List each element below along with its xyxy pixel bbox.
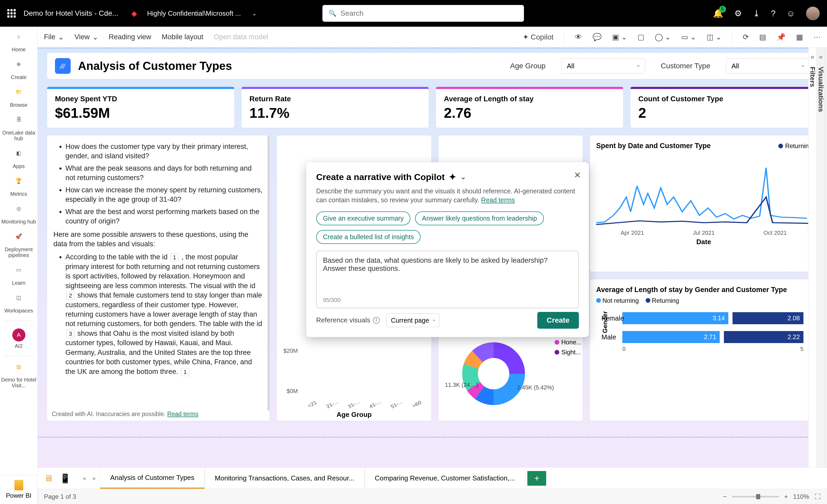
kpi-return-rate[interactable]: Return Rate11.7% bbox=[242, 87, 429, 128]
nav-current-report[interactable]: ▥Demo for Hotel Visit... bbox=[0, 360, 38, 392]
zoom-value: 110% bbox=[793, 493, 809, 500]
fit-to-page-icon[interactable]: ⛶ bbox=[815, 493, 821, 500]
nav-apps[interactable]: ◧Apps bbox=[0, 147, 38, 173]
app-launcher-icon[interactable] bbox=[7, 9, 16, 17]
chart-spent-by-date[interactable]: Spent by Date and Customer Type Returnin… bbox=[590, 136, 818, 271]
narrative-intro: Here are some possible answers to these … bbox=[53, 230, 263, 249]
nav-persona[interactable]: AAI2 bbox=[0, 325, 38, 352]
page-tabs: 🖥 📱 ◂ ▸ Analysis of Customer Types Monit… bbox=[38, 467, 827, 489]
tab-analysis[interactable]: Analysis of Customer Types bbox=[100, 468, 205, 489]
teams-icon[interactable]: ▦ bbox=[796, 33, 803, 41]
kpi-count-ctype[interactable]: Count of Customer Type2 bbox=[630, 87, 818, 128]
kpi-avg-stay[interactable]: Average of Length of stay2.76 bbox=[436, 87, 623, 128]
page-indicator: Page 1 of 3 bbox=[44, 493, 76, 500]
pane-data[interactable]: «Data bbox=[825, 48, 827, 467]
search-input[interactable] bbox=[340, 9, 518, 17]
pane-filters[interactable]: «Filters bbox=[808, 48, 817, 467]
zoom-in-button[interactable]: + bbox=[784, 493, 788, 500]
char-counter: 95/300 bbox=[323, 297, 579, 304]
copilot-narrative-dialog: Create a narrative with Copilot ✦ ⌄ ✕ De… bbox=[306, 162, 589, 337]
filter-age-select[interactable]: All bbox=[562, 58, 645, 73]
add-page-button[interactable]: + bbox=[527, 471, 546, 486]
nav-onelake[interactable]: 🗄OneLake data hub bbox=[0, 113, 38, 145]
nav-workspaces[interactable]: ◫Workspaces bbox=[0, 291, 38, 317]
pin-icon[interactable]: 📌 bbox=[777, 33, 786, 41]
visual-icon[interactable]: ▣ ⌄ bbox=[612, 33, 627, 41]
menu-file[interactable]: File⌄ bbox=[44, 33, 64, 41]
create-button[interactable]: Create bbox=[537, 312, 579, 329]
chevron-down-icon: ⌄ bbox=[58, 33, 64, 41]
help-icon[interactable]: ? bbox=[771, 9, 776, 18]
notifications-icon[interactable]: 🔔 bbox=[713, 8, 723, 18]
explore-icon[interactable]: 👁 bbox=[575, 33, 582, 41]
nav-learn[interactable]: ▭Learn bbox=[0, 263, 38, 290]
btn-open-data-model: Open data model bbox=[214, 33, 268, 41]
collapsed-panes: «Filters «Visualizations «Data bbox=[808, 48, 827, 467]
dialog-title: Create a narrative with Copilot ✦ ⌄ bbox=[316, 172, 579, 182]
left-rail: ⌂Home ⊕Create 📁Browse 🗄OneLake data hub … bbox=[0, 27, 38, 504]
legend-returning: Returning bbox=[778, 142, 812, 150]
nav-pipelines[interactable]: 🚀Deployment pipelines bbox=[0, 230, 38, 262]
suggestion-leadership-questions[interactable]: Answer likely questions from leadership bbox=[415, 211, 544, 225]
buttons-icon[interactable]: ▭ ⌄ bbox=[681, 33, 696, 41]
pane-visualizations[interactable]: «Visualizations bbox=[817, 48, 825, 467]
document-title: Demo for Hotel Visits - Cde... bbox=[23, 9, 118, 17]
nav-footer: Power BI bbox=[0, 475, 38, 504]
chevron-left-icon: « bbox=[819, 53, 823, 61]
nav-monitoring[interactable]: ◎Monitoring hub bbox=[0, 202, 38, 228]
report-icon: ⫻ bbox=[55, 58, 71, 74]
narrative-answer: According to the table with the id 1 , t… bbox=[65, 252, 263, 376]
nav-metrics[interactable]: 🏆Metrics bbox=[0, 174, 38, 200]
feedback-icon[interactable]: ☺ bbox=[786, 9, 795, 18]
tab-comparing[interactable]: Comparing Revenue, Customer Satisfaction… bbox=[364, 468, 525, 489]
filter-ctype-label: Customer Type bbox=[661, 62, 710, 70]
mobile-view-icon[interactable]: 📱 bbox=[60, 473, 71, 484]
insert-icon[interactable]: ◫ ⌄ bbox=[707, 33, 722, 41]
nav-browse[interactable]: 📁Browse bbox=[0, 85, 38, 111]
search-icon: 🔍 bbox=[329, 10, 337, 17]
chevron-down-icon: ⌄ bbox=[92, 33, 98, 41]
dialog-description: Describe the summary you want and the vi… bbox=[316, 187, 579, 205]
zoom-out-button[interactable]: − bbox=[723, 493, 727, 500]
suggestion-exec-summary[interactable]: Give an executive summary bbox=[316, 211, 410, 225]
chart-avg-stay-gender[interactable]: Average of Length of stay by Gender and … bbox=[590, 280, 818, 421]
read-terms-link[interactable]: Read terms bbox=[167, 411, 198, 417]
more-icon[interactable]: ⋯ bbox=[813, 33, 821, 41]
chevron-left-icon: « bbox=[811, 53, 814, 61]
btn-mobile-layout[interactable]: Mobile layout bbox=[162, 33, 203, 41]
filter-ctype-select[interactable]: All bbox=[726, 58, 810, 73]
refresh-icon[interactable]: ⟳ bbox=[743, 33, 749, 41]
menu-view[interactable]: View⌄ bbox=[75, 33, 98, 41]
tab-prev[interactable]: ◂ bbox=[79, 474, 89, 482]
nav-home[interactable]: ⌂Home bbox=[0, 30, 38, 56]
chat-icon[interactable]: 💬 bbox=[592, 33, 602, 41]
tab-next[interactable]: ▸ bbox=[89, 474, 100, 482]
chevron-down-icon[interactable]: ⌄ bbox=[460, 173, 466, 181]
desktop-view-icon[interactable]: 🖥 bbox=[44, 473, 53, 483]
text-box-icon[interactable]: ▢ bbox=[637, 33, 644, 41]
kpi-money-spent[interactable]: Money Spent YTD$61.59M bbox=[47, 87, 234, 128]
suggestion-bulleted-insights[interactable]: Create a bulleted list of insights bbox=[316, 230, 421, 244]
zoom-slider[interactable] bbox=[732, 496, 779, 498]
main-area: File⌄ View⌄ Reading view Mobile layout O… bbox=[38, 27, 827, 504]
chevron-down-icon[interactable]: ⌄ bbox=[252, 10, 257, 17]
info-icon[interactable]: i bbox=[373, 317, 380, 324]
global-search[interactable]: 🔍 bbox=[323, 5, 524, 22]
btn-reading-view[interactable]: Reading view bbox=[109, 33, 151, 41]
read-terms-link[interactable]: Read terms bbox=[481, 196, 515, 204]
tab-monitoring[interactable]: Monitoring Transactions, Cases, and Reso… bbox=[205, 468, 364, 489]
nav-create[interactable]: ⊕Create bbox=[0, 58, 38, 84]
page-title: Analysis of Customer Types bbox=[78, 59, 232, 72]
user-avatar[interactable] bbox=[806, 6, 820, 20]
settings-icon[interactable]: ⚙ bbox=[734, 8, 742, 18]
btn-copilot[interactable]: ✦Copilot bbox=[523, 33, 553, 41]
shield-icon: ◆ bbox=[131, 9, 137, 18]
download-icon[interactable]: ⤓ bbox=[753, 8, 760, 18]
narrative-visual[interactable]: How does the customer type vary by their… bbox=[47, 136, 270, 421]
command-bar: File⌄ View⌄ Reading view Mobile layout O… bbox=[38, 27, 827, 48]
page-icon[interactable]: ▤ bbox=[759, 33, 766, 41]
status-bar: Page 1 of 3 − + 110% ⛶ bbox=[38, 489, 827, 504]
close-button[interactable]: ✕ bbox=[574, 170, 581, 180]
reference-scope-select[interactable]: Current page bbox=[386, 313, 439, 327]
shapes-icon[interactable]: ◯ ⌄ bbox=[655, 33, 671, 41]
